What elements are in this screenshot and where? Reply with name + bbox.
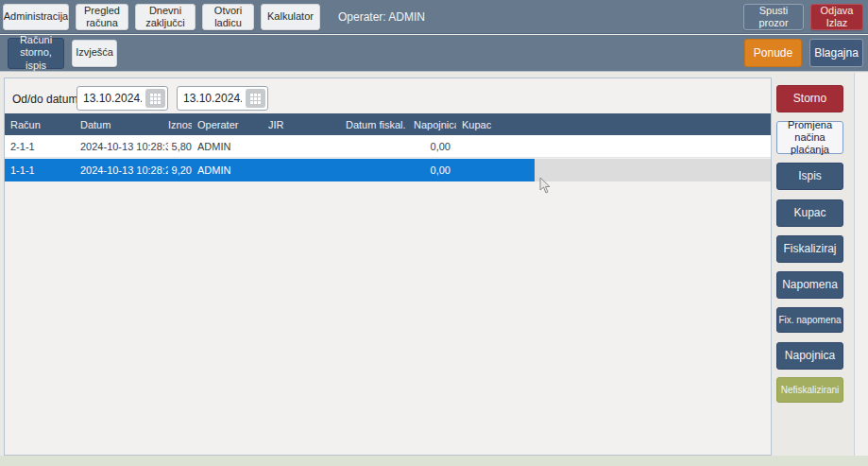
napojnica-button[interactable]: Napojnica	[776, 342, 843, 370]
promjena-nacina-placanja-button[interactable]: Promjena načina plaćanja	[776, 121, 843, 154]
cell-napojnica: 0,00	[414, 141, 456, 152]
top-toolbar: Administracija Pregled računa Dnevni zak…	[0, 0, 868, 34]
tab-izvjesca[interactable]: Izvješća	[72, 40, 117, 67]
nefiskalizirani-button[interactable]: Nefiskalizirani	[776, 377, 843, 403]
date-from-input[interactable]	[77, 92, 142, 105]
table-header-row: Račun Datum Iznos Operater JIR Datum fis…	[5, 113, 771, 135]
ispis-button[interactable]: Ispis	[776, 163, 843, 190]
odjava-izlaz-button[interactable]: Odjava Izlaz	[810, 4, 863, 30]
col-header-iznos[interactable]: Iznos	[168, 119, 192, 130]
cell-operater: ADMIN	[192, 141, 263, 152]
ponude-button[interactable]: Ponude	[744, 39, 802, 67]
date-to-input[interactable]	[178, 92, 242, 105]
col-header-racun[interactable]: Račun	[5, 119, 75, 130]
cell-napojnica: 0,00	[414, 164, 456, 176]
pregled-racuna-button[interactable]: Pregled računa	[76, 4, 128, 30]
mouse-cursor-icon	[538, 177, 551, 195]
administracija-button[interactable]: Administracija	[3, 4, 69, 30]
col-header-datum-fiskal[interactable]: Datum fiskal.	[340, 119, 414, 130]
kalkulator-button[interactable]: Kalkulator	[261, 4, 320, 30]
cell-iznos: 5,80	[168, 141, 192, 152]
bottom-strip	[0, 456, 868, 466]
dnevni-zakljucci-button[interactable]: Dnevni zaključci	[135, 4, 196, 30]
calendar-icon	[150, 94, 153, 96]
otvori-ladicu-button[interactable]: Otvori ladicu	[202, 4, 254, 30]
content-panel: Od/do datuma Račun Datum Iznos Operater …	[4, 78, 772, 456]
main-area: Od/do datuma Račun Datum Iznos Operater …	[0, 73, 868, 466]
date-to-calendar-button[interactable]	[246, 89, 265, 108]
fiskaliziraj-button[interactable]: Fiskaliziraj	[776, 235, 843, 263]
tab-bar: Računi storno, ispis Izvješća Ponude Bla…	[0, 35, 868, 72]
header-filler	[535, 113, 771, 135]
cell-operater: ADMIN	[192, 164, 263, 176]
cell-datum: 2024-10-13 10:28:37	[75, 141, 168, 152]
fix-napomena-button[interactable]: Fix. napomena	[776, 307, 843, 333]
right-edge-strip	[854, 73, 868, 466]
date-to-field	[177, 86, 268, 111]
napomena-button[interactable]: Napomena	[776, 271, 843, 299]
cell-datum: 2024-10-13 10:28:25	[75, 164, 168, 176]
calendar-icon	[250, 94, 253, 96]
blagajna-button[interactable]: Blagajna	[809, 39, 863, 67]
date-from-field	[77, 86, 168, 111]
date-range-label: Od/do datuma	[12, 93, 84, 106]
table-row-selected[interactable]: 1-1-1 2024-10-13 10:28:25 9,20 ADMIN 0,0…	[5, 159, 771, 181]
cell-racun: 2-1-1	[5, 141, 75, 152]
col-header-napojnica[interactable]: Napojnica	[414, 119, 456, 130]
storno-button[interactable]: Storno	[776, 85, 843, 112]
kupac-button[interactable]: Kupac	[776, 199, 843, 227]
invoices-table: Račun Datum Iznos Operater JIR Datum fis…	[5, 113, 771, 181]
tab-racuni-storno-ispis[interactable]: Računi storno, ispis	[8, 38, 64, 69]
col-header-datum[interactable]: Datum	[75, 119, 168, 130]
table-row[interactable]: 2-1-1 2024-10-13 10:28:37 5,80 ADMIN 0,0…	[5, 135, 771, 158]
col-header-jir[interactable]: JIR	[263, 119, 340, 130]
operator-label: Operater: ADMIN	[338, 10, 425, 24]
row-filler	[535, 135, 771, 157]
spusti-prozor-button[interactable]: Spusti prozor	[743, 4, 804, 30]
col-header-kupac[interactable]: Kupac	[456, 119, 535, 130]
cell-iznos: 9,20	[168, 164, 192, 176]
date-from-calendar-button[interactable]	[145, 89, 165, 108]
row-filler	[535, 159, 771, 181]
cell-racun: 1-1-1	[5, 164, 75, 176]
col-header-operater[interactable]: Operater	[192, 119, 263, 130]
